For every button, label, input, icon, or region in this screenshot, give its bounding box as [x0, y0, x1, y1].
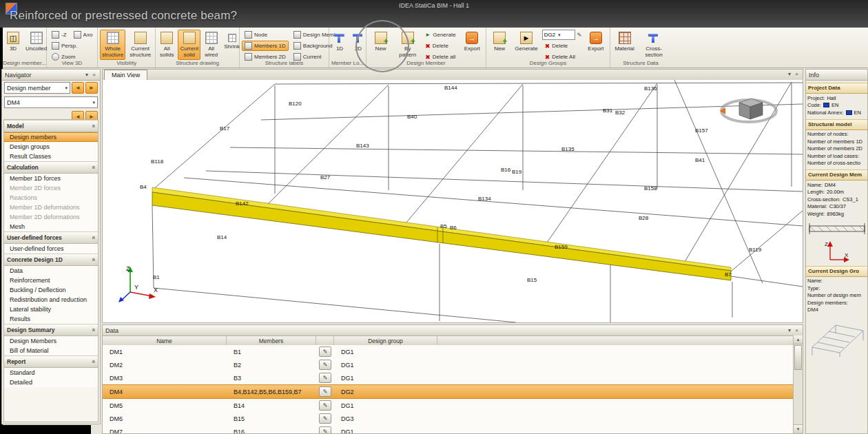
nav-item-data[interactable]: Data: [4, 266, 98, 276]
scroll-up-icon[interactable]: ▴: [794, 335, 803, 344]
tab-main-view[interactable]: Main View: [104, 70, 147, 80]
nav-item-reinforcement[interactable]: Reinforcement: [4, 276, 98, 285]
shrink-button[interactable]: Shrink: [222, 30, 242, 52]
view-cube[interactable]: [714, 92, 783, 128]
nav-item-results[interactable]: Results: [4, 314, 98, 324]
label-members-1d-toggle[interactable]: Members 1D: [242, 41, 289, 51]
cell-members: B3: [227, 375, 316, 382]
current-solid-button[interactable]: Current solid: [178, 30, 200, 60]
current-structure-icon: [134, 32, 147, 44]
pin-icon[interactable]: ▾: [788, 71, 792, 77]
nav-item-result-classes[interactable]: Result Classes: [4, 152, 98, 161]
nav-section-header-concrete-design-1d[interactable]: Concrete Design 1D«: [4, 254, 98, 266]
next-button[interactable]: ►: [85, 82, 98, 94]
member-loads-2d-button[interactable]: 2D: [350, 30, 366, 54]
all-wired-button[interactable]: All wired: [203, 30, 220, 60]
design-members-icon: [293, 31, 301, 39]
design-member-new-button[interactable]: New: [369, 30, 393, 54]
nav-item-member-2d-deformations[interactable]: Member 2D deformations: [4, 212, 98, 222]
nav-item-design-members[interactable]: Design members: [4, 132, 98, 142]
prev-button[interactable]: ◄: [72, 82, 84, 94]
axis-z-label: Z: [126, 265, 130, 272]
table-row-dm4[interactable]: DM4B4,B142,B5,B6,B159,B7✎DG2: [103, 384, 794, 399]
nav-section-header-calculation[interactable]: Calculation«: [4, 161, 98, 174]
view-3d-button[interactable]: ◫ 3D: [5, 30, 21, 54]
table-row-dm1[interactable]: DM1B1✎DG1: [103, 345, 794, 358]
edit-members-button[interactable]: ✎: [319, 347, 331, 357]
column-header-members[interactable]: Members: [227, 336, 316, 346]
edit-members-button[interactable]: ✎: [319, 400, 331, 411]
scroll-down-icon[interactable]: ▾: [794, 424, 803, 433]
nav-item-design-groups[interactable]: Design groups: [4, 142, 98, 152]
beam-label-b27: B27: [320, 174, 330, 180]
edit-members-button[interactable]: ✎: [319, 386, 331, 397]
navigator-item-dropdown[interactable]: DM4▾: [4, 96, 98, 108]
design-groups-generate-button[interactable]: ► Generate: [513, 30, 539, 54]
nav-item-redistribution-and-reduction[interactable]: Redistribution and reduction: [4, 295, 98, 304]
all-solids-button[interactable]: All solids: [158, 30, 176, 60]
table-row-dm7[interactable]: DM7B16✎DG1: [103, 425, 794, 433]
edit-members-button[interactable]: ✎: [319, 360, 331, 370]
nav-section-header-design-summary[interactable]: Design Summary«: [4, 324, 98, 336]
ribbon-group-design-groups: New ► Generate DG2 ▾ ✎ ✖ Delete ✖ Delete…: [486, 28, 610, 68]
nav-item-member-1d-deformations[interactable]: Member 1D deformations: [4, 203, 98, 212]
member-loads-1d-button[interactable]: 1D: [331, 30, 348, 54]
design-group-dropdown[interactable]: DG2 ▾: [542, 30, 576, 40]
by-pattern-icon: [402, 32, 414, 44]
scroll-thumb[interactable]: [794, 345, 802, 370]
view-perspective-button[interactable]: Persp.: [49, 41, 95, 51]
nav-item-user-defined-forces[interactable]: User-defined forces: [4, 244, 98, 254]
nav-item-buckling-deflection[interactable]: Buckling / Deflection: [4, 285, 98, 295]
design-member-by-pattern-button[interactable]: By pattern: [395, 30, 420, 60]
nav-section-header-report[interactable]: Report«: [4, 355, 98, 368]
table-row-dm6[interactable]: DM6B15✎DG3: [103, 412, 794, 425]
design-groups-new-button[interactable]: New: [488, 30, 510, 54]
nav-item-detailed[interactable]: Detailed: [4, 378, 98, 387]
material-button[interactable]: Material: [612, 30, 637, 54]
close-icon[interactable]: ×: [795, 327, 800, 333]
nav-item-design-members[interactable]: Design Members: [4, 336, 98, 346]
nav-item-member-2d-forces[interactable]: Member 2D forces: [4, 183, 98, 193]
table-row-dm3[interactable]: DM3B3✎DG1: [103, 371, 794, 384]
nav-item-member-1d-forces[interactable]: Member 1D forces: [4, 174, 98, 183]
close-icon[interactable]: ×: [795, 71, 800, 77]
edit-members-button[interactable]: ✎: [319, 413, 331, 424]
table-scrollbar[interactable]: ▴ ▾: [793, 335, 803, 433]
column-header-design-group[interactable]: Design group: [334, 336, 437, 346]
nav-item-lateral-stability[interactable]: Lateral stability: [4, 304, 98, 314]
design-member-export-button[interactable]: → Export: [461, 30, 484, 54]
edit-members-button[interactable]: ✎: [319, 426, 331, 433]
model-viewport[interactable]: B144B136B120B40B31B32B157B17B143B135B41B…: [103, 80, 803, 322]
edit-group-button[interactable]: ✎: [577, 32, 582, 39]
label-node-toggle[interactable]: Node: [242, 30, 289, 40]
edit-members-button[interactable]: ✎: [319, 373, 331, 383]
table-row-dm5[interactable]: DM5B14✎DG1: [103, 399, 794, 412]
uncoiled-button[interactable]: Uncoiled: [23, 30, 49, 54]
nav-section-header-user-defined-forces[interactable]: User-defined forces«: [4, 231, 98, 244]
navigator-mode-dropdown[interactable]: Design member▾: [4, 82, 70, 94]
all-solids-icon: [161, 32, 173, 44]
close-icon[interactable]: ×: [92, 72, 97, 78]
view-axo-button[interactable]: Axo: [71, 30, 96, 40]
table-row-dm2[interactable]: DM2B2✎DG1: [103, 358, 794, 371]
whole-structure-button[interactable]: Whole structure: [100, 30, 125, 60]
design-groups-delete-button[interactable]: ✖ Delete: [542, 41, 582, 51]
design-member-delete-button[interactable]: ✖ Delete: [422, 41, 458, 51]
nav-item-reactions[interactable]: Reactions: [4, 193, 98, 203]
nav-section-header-model[interactable]: Model«: [4, 120, 98, 132]
table-body: DM1B1✎DG1DM2B2✎DG1DM3B3✎DG1DM4B4,B142,B5…: [103, 345, 794, 433]
pin-icon[interactable]: ▾: [85, 72, 90, 78]
structure-thumbnail: [808, 317, 866, 357]
column-header-name[interactable]: Name: [103, 336, 227, 346]
design-groups-export-button[interactable]: → Export: [584, 30, 608, 54]
view-minus-z-button[interactable]: -Z: [49, 30, 70, 40]
design-member-generate-button[interactable]: ► Generate: [422, 30, 458, 40]
cross-section-button[interactable]: Cross-section: [639, 30, 669, 60]
current-structure-button[interactable]: Current structure: [127, 30, 153, 60]
nav-item-mesh[interactable]: Mesh: [4, 222, 98, 231]
nav-item-bill-of-material[interactable]: Bill of Material: [4, 346, 98, 355]
beam-label-b15: B15: [527, 277, 537, 283]
nav-item-standard[interactable]: Standard: [4, 368, 98, 378]
pin-icon[interactable]: ▾: [788, 327, 792, 333]
group-label: Visibility: [98, 59, 155, 68]
